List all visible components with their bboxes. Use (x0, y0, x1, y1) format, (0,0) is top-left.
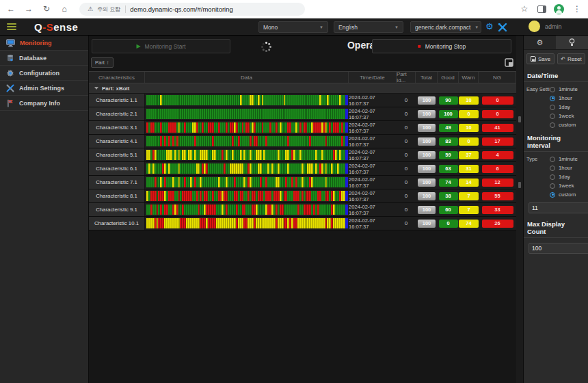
table-row[interactable]: Characteristic 2.12024-02-07 16:07:37010… (89, 107, 516, 121)
tab-hints[interactable] (556, 36, 588, 49)
radio-icon[interactable] (550, 157, 555, 162)
table-row[interactable]: Characteristic 6.12024-02-07 16:07:37010… (89, 162, 516, 176)
section-title-interval: Monitoring Interval (524, 130, 588, 152)
group-row[interactable]: Part: xBolt (89, 83, 516, 94)
back-icon[interactable]: ← (5, 4, 16, 14)
side-panel-icon[interactable] (537, 5, 546, 13)
sec-spinbox[interactable]: ▲ ▼ (529, 202, 588, 213)
tab-settings[interactable]: ⚙ (524, 36, 556, 49)
radio-option-custom[interactable]: custom (550, 190, 585, 199)
warn-badge: 10 (459, 124, 479, 132)
language-select[interactable]: English▼ (334, 21, 403, 33)
tools-icon[interactable] (498, 23, 507, 32)
radio-icon[interactable] (550, 166, 555, 171)
sidebar-item-admin-settings[interactable]: Admin Settings (0, 81, 88, 96)
table-row[interactable]: Characteristic 7.12024-02-07 16:07:37010… (89, 176, 516, 189)
characteristic-name: Characteristic 1.1 (89, 94, 145, 107)
reset-button[interactable]: ↶ Reset (557, 53, 585, 64)
column-header-good[interactable]: Good (438, 72, 459, 83)
site-warning-icon[interactable]: ⚠ (88, 5, 93, 12)
part-id-value: 0 (397, 176, 416, 189)
sidebar-item-database[interactable]: Database (0, 51, 88, 66)
browser-menu-icon[interactable]: ⋮ (572, 4, 583, 14)
skin-select[interactable]: generic.dark.compact▼ (410, 21, 481, 33)
radio-option-label: 1day (559, 174, 570, 180)
table-row[interactable]: Characteristic 8.12024-02-07 16:07:37010… (89, 189, 516, 203)
radio-option-1day[interactable]: 1day (550, 172, 585, 181)
column-header-part-id[interactable]: Part Id... (397, 72, 416, 83)
tools-icon (6, 84, 14, 92)
time-date-value: 2024-02-07 16:07:37 (349, 148, 397, 161)
reload-icon[interactable]: ↻ (41, 4, 52, 14)
radio-option-custom[interactable]: custom (550, 120, 585, 129)
table-row[interactable]: Characteristic 10.12024-02-07 16:07:3701… (89, 217, 516, 230)
table-row[interactable]: Characteristic 1.12024-02-07 16:07:37010… (89, 94, 516, 107)
data-strip (145, 107, 349, 120)
hamburger-menu-icon[interactable] (7, 23, 16, 30)
section-title-datetime: Date/Time (524, 68, 588, 82)
column-header-warn[interactable]: Warn (459, 72, 479, 83)
part-id-value: 0 (397, 148, 416, 161)
count-spinbox[interactable]: ▲ ▼ (529, 243, 588, 254)
settings-gear-icon[interactable]: ⚙ (485, 21, 494, 33)
chevron-down-icon: ▼ (319, 25, 323, 29)
column-header-time-date[interactable]: Time/Date (349, 72, 397, 83)
table-row[interactable]: Characteristic 5.12024-02-07 16:07:37010… (89, 148, 516, 162)
radio-selected-icon[interactable] (550, 96, 555, 101)
column-header-characteristics[interactable]: Characteristics (89, 72, 145, 83)
good-badge: 49 (439, 124, 458, 132)
radio-icon[interactable] (550, 87, 555, 92)
good-badge: 0 (439, 220, 458, 228)
table-header-row: CharacteristicsDataTime/DatePart Id...To… (89, 71, 516, 83)
current-marker (345, 136, 348, 146)
easy-setting-label: Easy Setti... (526, 85, 550, 92)
column-chooser-icon[interactable] (505, 58, 513, 67)
table-row[interactable]: Characteristic 4.12024-02-07 16:07:37010… (89, 135, 516, 148)
user-avatar[interactable] (529, 21, 540, 32)
count-input[interactable] (529, 243, 588, 253)
forward-icon[interactable]: → (23, 4, 34, 14)
group-by-part-chip[interactable]: Part ↑ (91, 57, 113, 68)
address-bar[interactable]: ⚠ 주의 요함 demo.dynamic-qs.com/#/monitoring (79, 3, 305, 16)
column-header-ng[interactable]: NG (479, 72, 516, 83)
interval-type-label: Type (526, 155, 550, 162)
radio-option-1week[interactable]: 1week (550, 181, 585, 190)
radio-icon[interactable] (550, 105, 555, 110)
monitoring-stop-button[interactable]: ■ Monitoring Stop (372, 39, 511, 53)
section-title-max-count: Max Display Count (524, 216, 588, 238)
play-icon: ▶ (136, 43, 140, 49)
radio-option-1minute[interactable]: 1minute (550, 155, 585, 163)
radio-option-1hour[interactable]: 1hour (550, 94, 585, 103)
browser-profile-avatar[interactable] (554, 4, 564, 14)
stop-icon: ■ (418, 43, 421, 49)
panel-splitter[interactable] (516, 36, 523, 383)
radio-option-1day[interactable]: 1day (550, 103, 585, 111)
part-id-value: 0 (397, 217, 416, 230)
sidebar-item-monitoring[interactable]: Monitoring (0, 36, 88, 51)
radio-option-1week[interactable]: 1week (550, 111, 585, 120)
good-badge: 59 (439, 151, 458, 159)
radio-icon[interactable] (550, 174, 555, 180)
save-icon (531, 56, 536, 62)
sidebar-item-company-info[interactable]: Company Info (0, 96, 88, 111)
monitoring-start-button[interactable]: ▶ Monitoring Start (92, 39, 230, 53)
sec-input[interactable] (529, 203, 588, 213)
bookmark-star-icon[interactable]: ☆ (519, 4, 530, 14)
security-label[interactable]: 주의 요함 (97, 5, 126, 13)
column-header-total[interactable]: Total (416, 72, 438, 83)
table-row[interactable]: Characteristic 9.12024-02-07 16:07:37010… (89, 203, 516, 217)
radio-selected-icon[interactable] (550, 192, 555, 198)
radio-option-1minute[interactable]: 1minute (550, 85, 585, 94)
home-icon[interactable]: ⌂ (59, 4, 70, 14)
theme-select[interactable]: Mono▼ (258, 21, 328, 33)
sidebar-item-configuration[interactable]: Configuration (0, 66, 88, 81)
collapse-chevron-icon[interactable] (94, 87, 98, 90)
radio-icon[interactable] (550, 183, 555, 189)
column-header-data[interactable]: Data (145, 72, 349, 83)
table-row[interactable]: Characteristic 3.12024-02-07 16:07:37010… (89, 121, 516, 135)
ng-badge: 12 (482, 179, 513, 187)
radio-icon[interactable] (550, 122, 555, 128)
radio-option-1hour[interactable]: 1hour (550, 163, 585, 172)
radio-icon[interactable] (550, 114, 555, 119)
save-button[interactable]: Save (526, 53, 554, 64)
